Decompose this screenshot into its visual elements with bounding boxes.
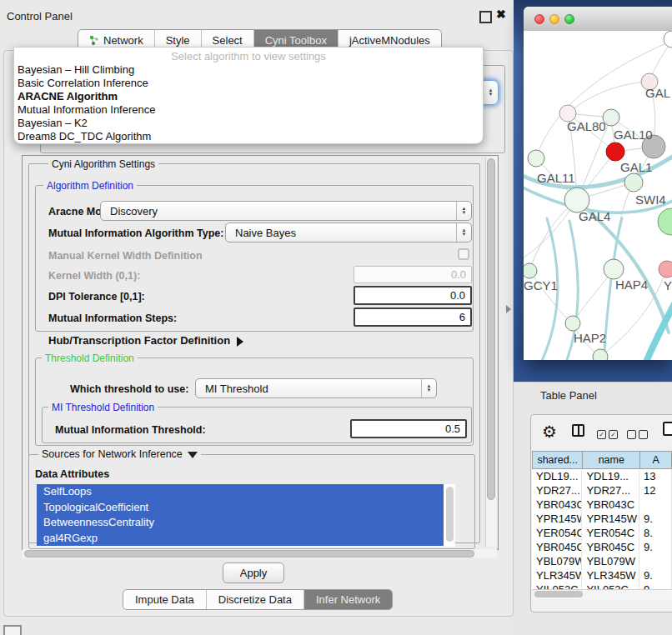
gear-icon[interactable]: ⚙ — [542, 422, 557, 442]
deselect-all-checkboxes-icon[interactable] — [627, 427, 650, 442]
cell: 9. — [639, 568, 672, 582]
settings-hscrollbar-thumb[interactable] — [24, 550, 474, 558]
node-label: GAL1 — [620, 160, 652, 174]
column-header[interactable]: A — [639, 451, 672, 469]
app-screen: Control Panel ✖ Network Style Select Cyn… — [0, 0, 672, 635]
table-row[interactable]: YDR27... YDR27... 12 — [532, 483, 672, 498]
cell: YER054C — [532, 526, 582, 540]
node-label: GAL80 — [567, 119, 606, 133]
which-threshold-combo[interactable]: MI Threshold ▲▼ — [195, 378, 437, 398]
table-header-row: shared... name A — [532, 451, 672, 469]
table-row[interactable]: YBR043C YBR043C — [532, 498, 672, 512]
select-all-checkboxes-icon[interactable]: ✓✓ — [597, 427, 620, 442]
combo-stepper-icon: ▲▼ — [483, 81, 498, 104]
table-row[interactable]: YBL079W YBL079W — [532, 554, 672, 568]
node-label: SWI4 — [635, 192, 666, 207]
close-window-icon[interactable] — [534, 14, 544, 24]
data-attributes-label: Data Attributes — [35, 468, 109, 480]
minimize-window-icon[interactable] — [549, 14, 559, 24]
node-partial-bottom[interactable] — [593, 349, 608, 360]
tab-discretize-data[interactable]: Discretize Data — [207, 590, 304, 609]
dropdown-item[interactable]: Basic Correlation Inference — [14, 77, 483, 90]
node-gal11[interactable] — [528, 150, 544, 167]
combo-stepper-icon: ▲▼ — [421, 379, 436, 398]
expand-down-icon — [188, 452, 198, 458]
splitter-collapse-icon[interactable] — [506, 305, 511, 313]
node-gal1-selected[interactable] — [606, 142, 624, 161]
bottom-tabbar: Impute Data Discretize Data Infer Networ… — [123, 589, 393, 610]
aracne-mode-combo[interactable]: Discovery ▲▼ — [100, 201, 472, 221]
node-hap4[interactable] — [604, 259, 624, 279]
node-swi4[interactable] — [624, 173, 643, 192]
cell — [639, 554, 672, 568]
dropdown-item[interactable]: Dream8 DC_TDC Algorithm — [14, 130, 483, 143]
table-row[interactable]: YBR045C YBR045C 9. — [532, 540, 672, 554]
cell: 13 — [639, 469, 672, 483]
new-table-icon[interactable] — [663, 422, 672, 436]
table-panel-title: Table Panel — [540, 389, 597, 402]
node-partial-right-green[interactable] — [658, 208, 672, 235]
node-label: HAP2 — [574, 331, 606, 345]
mi-threshold-field[interactable]: 0.5 — [350, 419, 467, 438]
mi-type-combo[interactable]: Naive Bayes ▲▼ — [225, 222, 472, 242]
zoom-window-icon[interactable] — [564, 14, 574, 24]
mi-steps-field[interactable]: 6 — [354, 308, 472, 327]
dropdown-item[interactable]: Bayesian – Hill Climbing — [14, 63, 483, 77]
network-window-titlebar[interactable] — [524, 7, 672, 32]
float-panel-icon[interactable] — [479, 11, 492, 23]
dpi-tolerance-field[interactable]: 0.0 — [354, 286, 472, 305]
tab-cyni-label: Cyni Toolbox — [265, 34, 327, 47]
dropdown-item[interactable]: Bayesian – K2 — [14, 117, 483, 130]
table-row[interactable]: YPR145W YPR145W 9. — [532, 512, 672, 526]
table-row[interactable]: YER054C YER054C 8. — [532, 526, 672, 540]
aracne-mode-value: Discovery — [101, 205, 456, 218]
list-scrollbar-thumb[interactable] — [446, 487, 454, 542]
hub-definition-label: Hub/Transcription Factor Definition — [48, 334, 230, 347]
cell: YIL052C — [582, 582, 639, 589]
cell: YLR345W — [532, 568, 582, 582]
close-panel-icon[interactable]: ✖ — [496, 8, 506, 21]
tab-network-label: Network — [103, 34, 143, 47]
hub-definition-toggle[interactable]: Hub/Transcription Factor Definition — [48, 334, 243, 347]
table-hscrollbar-thumb[interactable] — [534, 591, 583, 598]
cell: 9 — [639, 582, 672, 589]
table-row[interactable]: YDL19... YDL19... 13 — [532, 469, 672, 483]
node-label: HAP4 — [615, 278, 648, 292]
which-threshold-label: Which threshold to use: — [70, 383, 188, 395]
table-row[interactable]: YIL052C YIL052C 9 — [532, 582, 672, 589]
node-y-cut[interactable] — [659, 261, 672, 278]
cell: YBR043C — [532, 498, 582, 512]
cell: YPR145W — [582, 512, 639, 526]
dropdown-item[interactable]: Mutual Information Inference — [14, 103, 483, 117]
tab-impute-data[interactable]: Impute Data — [123, 590, 207, 609]
manual-kernel-checkbox[interactable] — [458, 248, 469, 260]
attribute-item[interactable]: BetweennessCentrality — [37, 515, 444, 531]
mi-type-value: Naive Bayes — [226, 227, 456, 239]
attribute-item[interactable]: SelfLoops — [37, 484, 444, 500]
cell: YPR145W — [532, 512, 582, 526]
sources-group-toggle[interactable]: Sources for Network Inference — [38, 448, 201, 460]
dropdown-item-highlighted[interactable]: ARACNE Algorithm — [14, 90, 483, 103]
tab-infer-network[interactable]: Infer Network — [304, 590, 392, 609]
mi-type-label: Mutual Information Algorithm Type: — [48, 228, 223, 239]
settings-vscrollbar-thumb[interactable] — [487, 158, 495, 500]
cell: 8. — [639, 526, 672, 540]
apply-button[interactable]: Apply — [223, 562, 284, 583]
node-partial-top[interactable] — [664, 31, 672, 48]
column-header[interactable]: shared... — [532, 451, 582, 469]
column-header[interactable]: name — [582, 451, 639, 469]
attribute-item[interactable]: gal4RGexp — [37, 531, 444, 547]
attribute-item[interactable]: TopologicalCoefficient — [37, 500, 444, 516]
columns-icon[interactable] — [572, 424, 584, 437]
node-hap2[interactable] — [565, 316, 580, 331]
kernel-width-field[interactable]: 0.0 — [354, 266, 472, 283]
minimized-panel-icon[interactable] — [3, 625, 22, 635]
cell: YIL052C — [532, 582, 582, 589]
node-gcy1[interactable] — [524, 263, 537, 278]
network-view-window[interactable]: GAL GAL80 GAL10 GAL1 GAL11 SWI4 GAL4 GCY… — [524, 7, 672, 360]
cell: 9. — [639, 512, 672, 526]
mi-threshold-label: Mutual Information Threshold: — [55, 424, 206, 436]
table-row[interactable]: YLR345W YLR345W 9. — [532, 568, 672, 582]
tab-jactive-label: jActiveMNodules — [349, 34, 430, 47]
network-canvas[interactable]: GAL GAL80 GAL10 GAL1 GAL11 SWI4 GAL4 GCY… — [524, 31, 672, 360]
